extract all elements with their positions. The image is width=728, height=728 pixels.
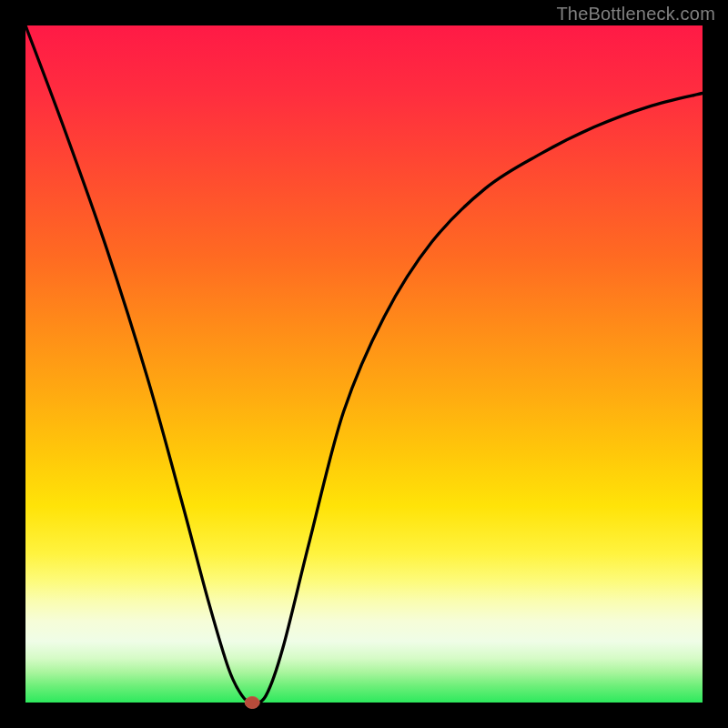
bottleneck-curve	[25, 25, 703, 703]
vertex-marker	[245, 697, 259, 709]
chart-frame: TheBottleneck.com	[0, 0, 728, 728]
curve-path	[25, 25, 703, 703]
watermark-text: TheBottleneck.com	[556, 4, 715, 25]
plot-area	[25, 25, 703, 703]
